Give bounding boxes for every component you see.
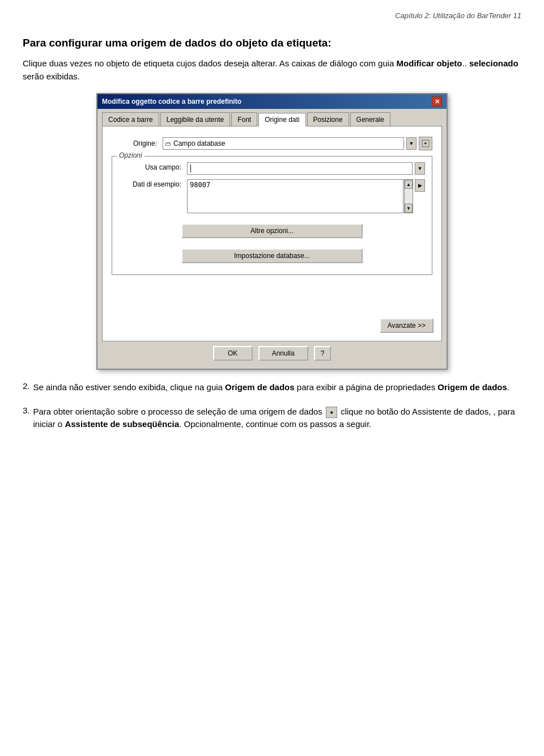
opzioni-group-box: Opzioni Usa campo: ▼ Dati di esempio:	[112, 156, 432, 275]
origine-value: Campo database	[173, 140, 225, 147]
tabs-row: Codice a barre Leggibile da utente Font …	[102, 112, 442, 126]
opzioni-legend: Opzioni	[117, 151, 144, 159]
annulla-button[interactable]: Annulla	[258, 346, 308, 361]
impostazione-database-button[interactable]: Impostazione database...	[181, 248, 363, 263]
data-wizard-icon: ✦	[326, 407, 337, 418]
dialog-window: Modifica oggetto codice a barre predefin…	[96, 93, 448, 370]
dati-di-esempio-row: Dati di esempio: 98007 ▲ ▼ ▶	[119, 179, 425, 213]
dati-textarea[interactable]: 98007	[187, 179, 403, 213]
step2-section: 2. Se ainda não estiver sendo exibida, c…	[23, 381, 521, 394]
dialog-title: Modifica oggetto codice a barre predefin…	[102, 98, 241, 105]
page-header: Capítulo 2: Utilização do BarTender 11	[23, 11, 521, 20]
scroll-up-btn[interactable]: ▲	[405, 180, 413, 189]
dialog-titlebar: Modifica oggetto codice a barre predefin…	[97, 94, 447, 109]
tab-posizione[interactable]: Posizione	[307, 112, 349, 126]
wizard-icon: ✦	[422, 140, 430, 147]
step1-text-part1: Clique duas vezes no objeto de etiqueta …	[23, 58, 518, 81]
cursor	[190, 164, 193, 172]
step3-section: 3. Para obter orientação sobre o process…	[23, 406, 521, 431]
step2-number: 2.	[23, 381, 30, 394]
database-icon: 🗃	[165, 141, 171, 147]
usa-campo-dropdown-arrow[interactable]: ▼	[415, 162, 425, 175]
origine-dropdown[interactable]: 🗃 Campo database	[163, 137, 404, 150]
dialog-body: Codice a barre Leggibile da utente Font …	[97, 109, 447, 369]
step2-content: Se ainda não estiver sendo exibida, cliq…	[33, 381, 509, 394]
scroll-track	[405, 189, 413, 204]
usa-campo-input[interactable]	[187, 162, 413, 175]
tab-generale[interactable]: Generale	[350, 112, 390, 126]
usa-campo-label: Usa campo:	[119, 162, 181, 171]
wizard-button[interactable]: ✦	[419, 137, 432, 150]
tab-font[interactable]: Font	[231, 112, 257, 126]
tab-codice-a-barre[interactable]: Codice a barre	[102, 112, 159, 126]
tab-leggibile-da-utente[interactable]: Leggibile da utente	[160, 112, 230, 126]
svg-text:✦: ✦	[423, 141, 428, 146]
step3-text: Para obter orientação sobre o processo d…	[33, 407, 515, 429]
origine-row: Origine: 🗃 Campo database ▼ ✦	[112, 137, 432, 150]
dati-control: 98007 ▲ ▼ ▶	[187, 179, 425, 213]
tab-content-origine-dati: Origine: 🗃 Campo database ▼ ✦	[102, 126, 442, 341]
dati-label: Dati di esempio:	[119, 179, 181, 188]
scroll-down-btn[interactable]: ▼	[405, 204, 413, 213]
origine-label: Origine:	[112, 140, 157, 147]
dati-scrollbar: ▲ ▼	[404, 179, 413, 213]
dialog-close-button[interactable]: ✕	[432, 96, 442, 107]
help-button[interactable]: ?	[314, 346, 332, 361]
usa-campo-row: Usa campo: ▼	[119, 162, 425, 175]
step3-content: Para obter orientação sobre o processo d…	[33, 406, 521, 431]
origine-control: 🗃 Campo database ▼ ✦	[163, 137, 432, 150]
step2-text: Se ainda não estiver sendo exibida, cliq…	[33, 382, 509, 392]
origine-dropdown-arrow[interactable]: ▼	[406, 137, 416, 150]
section-title: Para configurar uma origem de dados do o…	[23, 37, 521, 49]
ok-button[interactable]: OK	[213, 346, 253, 361]
tab-origine-dati[interactable]: Origine dati	[258, 113, 305, 126]
usa-campo-control: ▼	[187, 162, 425, 175]
step1-text: Clique duas vezes no objeto de etiqueta …	[23, 57, 521, 83]
altre-opzioni-button[interactable]: Altre opzioni...	[181, 223, 363, 238]
avanzate-button[interactable]: Avanzate >>	[380, 318, 434, 333]
dialog-footer: OK Annulla ?	[102, 341, 442, 363]
dati-side-arrow[interactable]: ▶	[415, 179, 425, 192]
step3-number: 3.	[23, 406, 30, 431]
